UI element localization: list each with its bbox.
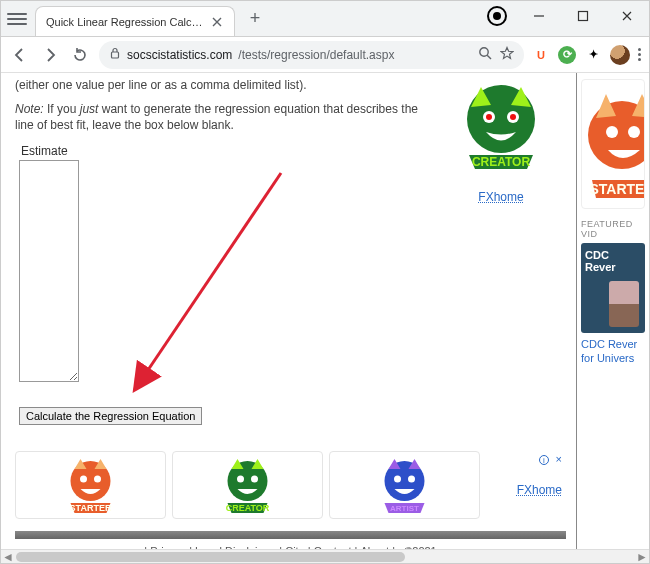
video-title[interactable]: CDC Rever for Univers [581,337,645,366]
calculate-button[interactable]: Calculate the Regression Equation [19,407,202,425]
svg-text:STARTER: STARTER [70,503,112,513]
mascot-creator-icon: CREATOR [451,77,551,177]
window-maximize-button[interactable] [561,1,605,31]
svg-text:STARTER: STARTER [589,181,645,197]
extension-green-icon[interactable]: ⟳ [558,46,576,64]
forward-button[interactable] [39,44,61,66]
star-icon[interactable] [500,46,514,63]
svg-text:CREATOR: CREATOR [226,503,270,513]
note-rest: want to generate the regression equation… [15,102,418,132]
svg-point-15 [251,476,258,483]
estimate-input[interactable] [19,160,79,382]
close-tab-icon[interactable] [210,15,224,29]
horizontal-scrollbar[interactable]: ◄ ► [1,549,649,563]
svg-point-11 [94,476,101,483]
mascot-starter-icon: STARTER [16,455,165,515]
top-ad: CREATOR FXhome [436,77,566,425]
intro-text: (either one value per line or as a comma… [15,77,424,93]
svg-point-2 [480,48,488,56]
profile-avatar[interactable] [610,45,630,65]
page: (either one value per line or as a comma… [1,73,649,563]
window-close-button[interactable] [605,1,649,31]
video-badge: CDC Rever [585,249,616,273]
viewport: (either one value per line or as a comma… [1,73,649,563]
fxhome-link-bottom[interactable]: FXhome [517,483,562,497]
estimate-label: Estimate [21,144,424,158]
note-mid: If you [47,102,76,116]
note-text: Note: If you just want to generate the r… [15,101,424,133]
extensions-icon[interactable]: ✦ [584,46,602,64]
browser-window: Quick Linear Regression Calculat + socsc… [0,0,650,564]
svg-point-22 [606,126,618,138]
featured-heading: FEATURED VID [581,219,645,239]
scroll-left-icon[interactable]: ◄ [1,550,15,564]
svg-point-18 [394,476,401,483]
address-actions [478,46,514,63]
mascot-starter-side-icon: STARTER [582,80,645,209]
note-italic: just [80,102,99,116]
ad-card-artist[interactable]: ARTIST [329,451,480,519]
svg-point-14 [237,476,244,483]
note-prefix: Note: [15,102,44,116]
footer-separator [15,531,566,539]
window-minimize-button[interactable] [517,1,561,31]
titlebar: Quick Linear Regression Calculat + [1,1,649,37]
svg-point-23 [628,126,640,138]
navbar: socscistatistics.com/tests/regression/de… [1,37,649,73]
ad-card-creator[interactable]: CREATOR [172,451,323,519]
app-menu-icon[interactable] [7,13,27,25]
scroll-right-icon[interactable]: ► [635,550,649,564]
tab-title: Quick Linear Regression Calculat [46,16,204,28]
content-wrap: (either one value per line or as a comma… [1,73,649,563]
svg-rect-0 [579,12,588,21]
ad-row: STARTER CREATOR [15,451,566,519]
window-controls [477,1,649,31]
url-host: socscistatistics.com [127,48,232,62]
reload-button[interactable] [69,44,91,66]
search-icon[interactable] [478,46,492,63]
ad-card-starter[interactable]: STARTER [15,451,166,519]
new-tab-button[interactable]: + [241,5,269,33]
side-column: STARTER FEATURED VID CDC Rever CDC Rever… [577,73,649,563]
record-indicator-icon [487,6,507,26]
svg-point-19 [408,476,415,483]
browser-menu-button[interactable] [638,48,641,61]
extension-u-icon[interactable]: U [532,46,550,64]
scroll-thumb[interactable] [16,552,405,562]
svg-rect-1 [112,52,119,58]
ad-close-icon[interactable]: × [556,453,562,465]
ad-info-icon[interactable]: i [539,455,549,465]
svg-point-6 [486,114,492,120]
ad-meta: i × FXhome [486,451,566,519]
svg-text:CREATOR: CREATOR [472,155,531,169]
lock-icon [109,47,121,62]
mascot-artist-icon: ARTIST [330,455,479,515]
main-column: (either one value per line or as a comma… [1,73,577,563]
address-bar[interactable]: socscistatistics.com/tests/regression/de… [99,41,524,69]
mascot-creator-small-icon: CREATOR [173,455,322,515]
fxhome-link[interactable]: FXhome [478,190,523,204]
svg-text:ARTIST: ARTIST [390,504,419,513]
svg-point-10 [80,476,87,483]
back-button[interactable] [9,44,31,66]
side-ad-starter[interactable]: STARTER [581,79,645,209]
svg-point-7 [510,114,516,120]
browser-tab[interactable]: Quick Linear Regression Calculat [35,6,235,36]
video-thumbnail[interactable]: CDC Rever [581,243,645,333]
url-path: /tests/regression/default.aspx [238,48,394,62]
